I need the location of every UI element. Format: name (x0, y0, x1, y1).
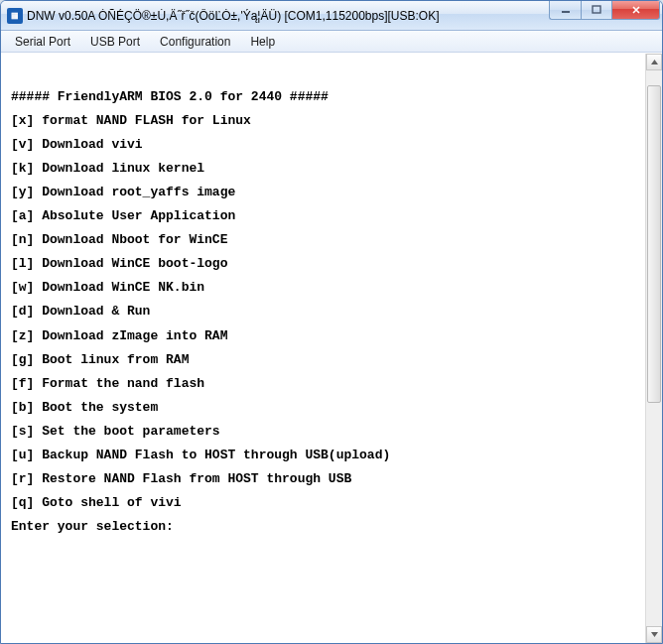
menu-configuration[interactable]: Configuration (150, 33, 240, 51)
minimize-icon (561, 5, 571, 15)
menu-help[interactable]: Help (240, 33, 285, 51)
window-controls (549, 0, 660, 20)
scroll-up-button[interactable] (646, 54, 662, 70)
window-title: DNW v0.50A ÓÑÉÇÖ®±Ú,Ä˝ř˝č(ÔöĽÓ±,'Ýą¦ÄÜ) … (27, 9, 549, 23)
scroll-track[interactable] (646, 70, 662, 626)
titlebar[interactable]: ▦ DNW v0.50A ÓÑÉÇÖ®±Ú,Ä˝ř˝č(ÔöĽÓ±,'Ýą¦ÄÜ… (1, 1, 662, 31)
scroll-thumb[interactable] (647, 85, 661, 403)
close-button[interactable] (612, 0, 660, 20)
maximize-icon (592, 5, 601, 15)
maximize-button[interactable] (581, 0, 612, 20)
svg-rect-1 (593, 6, 600, 13)
menu-serial-port[interactable]: Serial Port (5, 33, 80, 51)
minimize-button[interactable] (549, 0, 581, 20)
menu-usb-port[interactable]: USB Port (80, 33, 150, 51)
client-area: ##### FriendlyARM BIOS 2.0 for 2440 ####… (1, 53, 662, 643)
scroll-down-button[interactable] (646, 626, 662, 643)
app-window: ▦ DNW v0.50A ÓÑÉÇÖ®±Ú,Ä˝ř˝č(ÔöĽÓ±,'Ýą¦ÄÜ… (0, 0, 663, 644)
close-icon (631, 5, 641, 15)
menubar: Serial Port USB Port Configuration Help (1, 31, 662, 53)
vertical-scrollbar[interactable] (645, 54, 662, 643)
app-icon: ▦ (7, 8, 23, 24)
terminal-output[interactable]: ##### FriendlyARM BIOS 2.0 for 2440 ####… (1, 54, 645, 643)
chevron-up-icon (651, 60, 658, 64)
chevron-down-icon (651, 632, 658, 637)
svg-rect-0 (562, 11, 570, 13)
